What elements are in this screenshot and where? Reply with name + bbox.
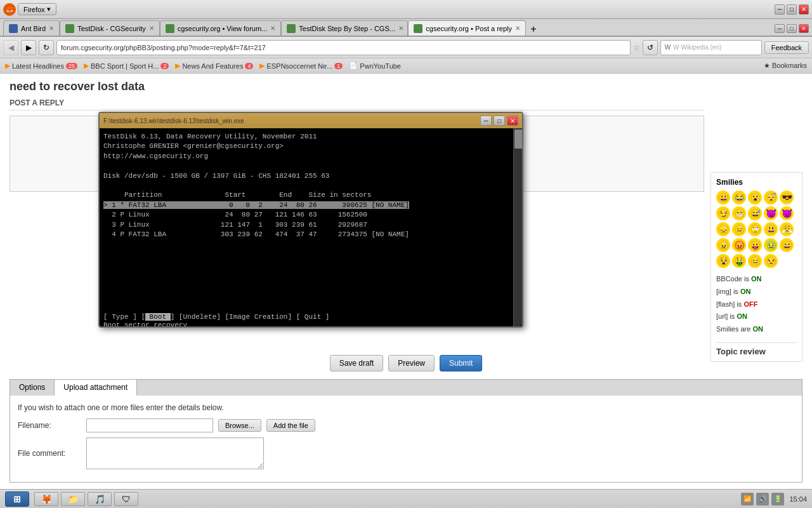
smiley-grr[interactable]: 😠 xyxy=(716,238,730,252)
smiley-big-grin[interactable]: 😄 xyxy=(780,238,794,252)
taskbar-app-security[interactable]: 🛡 xyxy=(114,492,138,506)
tab-options[interactable]: Options xyxy=(10,380,55,396)
bookmark-star[interactable]: ☆ xyxy=(633,43,640,52)
action-buttons: Save draft Preview Submit xyxy=(10,355,802,371)
refresh-button[interactable]: ↺ xyxy=(643,40,658,55)
smiley-dizzy[interactable]: 😵 xyxy=(716,254,730,268)
term-line xyxy=(103,298,509,308)
tab-icon xyxy=(287,24,296,33)
smiley-sad[interactable]: 😞 xyxy=(716,222,730,236)
firefox-taskbar-icon: 🦊 xyxy=(41,494,52,504)
smiley-cool[interactable]: 😎 xyxy=(780,190,794,204)
network-icon: 📶 xyxy=(741,493,754,505)
taskbar-app-media[interactable]: 🎵 xyxy=(88,492,112,506)
smilies-grid: 😀 😂 😮 😴 😎 😏 😁 😅 😈 👿 😞 😑 🙄 😃 xyxy=(716,190,797,268)
minimize-tab-button[interactable]: ─ xyxy=(775,24,785,33)
address-bar[interactable]: forum.cgsecurity.org/phpBB3/posting.php?… xyxy=(56,40,631,55)
page-title: need to recover lost data xyxy=(10,80,704,93)
search-bar[interactable]: W W Wikipedia (en) xyxy=(660,40,762,55)
reload-button[interactable]: ↻ xyxy=(39,40,54,55)
smiley-surprised[interactable]: 😮 xyxy=(748,190,762,204)
flash-status: OFF xyxy=(743,300,757,308)
bookmarks-star-icon: ★ xyxy=(764,62,770,69)
terminal-minimize-button[interactable]: ─ xyxy=(480,116,492,126)
bookmark-icon: 📄 xyxy=(349,62,358,70)
close-button[interactable]: ✕ xyxy=(799,4,809,15)
taskbar-app-firefox[interactable]: 🦊 xyxy=(34,492,58,506)
browse-button[interactable]: Browse... xyxy=(218,419,261,432)
term-line xyxy=(103,239,509,249)
tab-close-icon[interactable]: ✕ xyxy=(515,25,520,32)
tab-testdisk-cgsecurity[interactable]: TestDisk - CGSecurity ✕ xyxy=(60,20,160,36)
nav-bar: ◀ ▶ ↻ forum.cgsecurity.org/phpBB3/postin… xyxy=(0,37,812,58)
tab-testdisk-step[interactable]: TestDisk Step By Step - CGS... ✕ xyxy=(281,20,408,36)
taskbar-app-folder[interactable]: 📁 xyxy=(61,492,85,506)
smiley-tongue[interactable]: 😛 xyxy=(748,238,762,252)
tab-ant-bird[interactable]: Ant Bird ✕ xyxy=(3,20,60,36)
tab-cgsecurity-forum[interactable]: cgsecurity.org • View forum... ✕ xyxy=(160,20,282,36)
terminal-maximize-button[interactable]: □ xyxy=(494,116,505,126)
post-reply-header: POST A REPLY xyxy=(10,98,704,110)
smiley-sleepy[interactable]: 😴 xyxy=(764,190,778,204)
windows-icon: ⊞ xyxy=(13,494,21,504)
filename-row: Filename: Browse... Add the file xyxy=(18,418,794,432)
bookmarks-link[interactable]: ★ Bookmarks xyxy=(764,62,807,70)
bookmark-news-features[interactable]: ▶ News And Features 4 xyxy=(175,62,253,70)
smiley-blank[interactable]: 😑 xyxy=(748,254,762,268)
bookmark-latest-headlines[interactable]: ▶ Latest Headlines 25 xyxy=(5,62,77,70)
add-file-button[interactable]: Add the file xyxy=(266,419,315,432)
term-line xyxy=(103,259,509,269)
smiley-sick[interactable]: 🤢 xyxy=(764,238,778,252)
topic-review-title: Topic review xyxy=(716,342,797,356)
smiley-eyeroll[interactable]: 🙄 xyxy=(748,222,762,236)
firefox-menu-button[interactable]: Firefox ▾ xyxy=(18,3,56,15)
maximize-button[interactable]: □ xyxy=(787,4,797,15)
terminal-close-button[interactable]: ✕ xyxy=(507,116,518,126)
tab-post-reply[interactable]: cgsecurity.org • Post a reply ✕ xyxy=(408,20,526,36)
sound-icon: 🔊 xyxy=(756,493,769,505)
tab-close-icon[interactable]: ✕ xyxy=(49,25,54,32)
back-button[interactable]: ◀ xyxy=(3,40,18,55)
minimize-button[interactable]: ─ xyxy=(775,4,785,15)
forward-button[interactable]: ▶ xyxy=(21,40,36,55)
tab-upload-attachment[interactable]: Upload attachment xyxy=(55,380,137,396)
smiley-meh[interactable]: 😒 xyxy=(764,254,778,268)
restore-tab-button[interactable]: □ xyxy=(787,24,797,33)
term-line xyxy=(103,250,509,259)
term-partition-2: 2 P Linux 24 80 27 121 146 63 1562500 xyxy=(103,210,509,220)
file-comment-input[interactable] xyxy=(86,438,264,469)
smiley-sweat[interactable]: 😅 xyxy=(748,206,762,220)
smiley-money[interactable]: 🤑 xyxy=(732,254,746,268)
bookmark-bbc-sport[interactable]: ▶ BBC Sport | Sport H... 2 xyxy=(84,62,169,70)
browser-titlebar: 🦊 Firefox ▾ ─ □ ✕ xyxy=(0,0,812,19)
smiley-smirk[interactable]: 😏 xyxy=(716,206,730,220)
terminal-window[interactable]: F:\testdisk-6.13.win\testdisk-6.13\testd… xyxy=(98,112,523,328)
smiley-laugh[interactable]: 😂 xyxy=(732,190,746,204)
start-button[interactable]: ⊞ xyxy=(5,491,29,507)
smiley-devil[interactable]: 😈 xyxy=(764,206,778,220)
smiley-beam[interactable]: 😃 xyxy=(764,222,778,236)
tab-icon xyxy=(414,24,422,33)
smiley-huff[interactable]: 😤 xyxy=(780,222,794,236)
smiley-grin[interactable]: 😁 xyxy=(732,206,746,220)
tab-close-icon[interactable]: ✕ xyxy=(270,25,275,32)
attachment-info-text: If you wish to attach one or more files … xyxy=(18,403,794,412)
feedback-button[interactable]: Feedback xyxy=(764,41,809,54)
address-text: forum.cgsecurity.org/phpBB3/posting.php?… xyxy=(61,44,266,51)
bookmark-espn[interactable]: ▶ ESPNsoccernet Ne... 1 xyxy=(259,62,343,70)
tab-close-icon[interactable]: ✕ xyxy=(149,25,154,32)
smiley-happy[interactable]: 😀 xyxy=(716,190,730,204)
taskbar-apps: 🦊 📁 🎵 🛡 xyxy=(34,492,138,506)
smiley-angry-devil[interactable]: 👿 xyxy=(780,206,794,220)
new-tab-button[interactable]: + xyxy=(527,23,540,36)
submit-button[interactable]: Submit xyxy=(440,355,482,371)
close-tab-button[interactable]: ✕ xyxy=(799,24,809,33)
save-draft-button[interactable]: Save draft xyxy=(330,355,384,371)
preview-button[interactable]: Preview xyxy=(388,355,435,371)
smiley-neutral[interactable]: 😑 xyxy=(732,222,746,236)
bookmark-pwnyoutube[interactable]: 📄 PwnYouTube xyxy=(349,62,401,70)
tab-close-icon[interactable]: ✕ xyxy=(398,25,403,32)
terminal-scrollbar[interactable] xyxy=(513,128,522,326)
filename-input[interactable] xyxy=(86,418,213,432)
smiley-rage[interactable]: 😡 xyxy=(732,238,746,252)
